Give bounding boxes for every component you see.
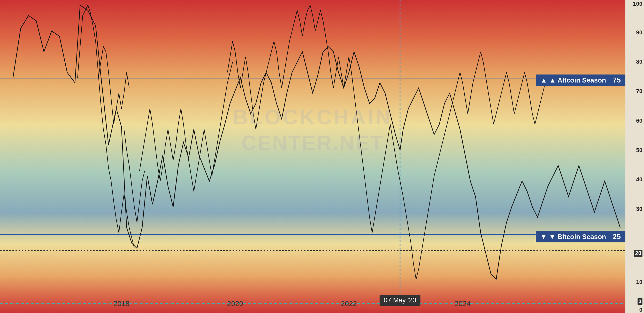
- y-label-80: 80: [636, 58, 642, 65]
- x-label-2022: 2022: [341, 300, 357, 308]
- svg-text:BLOCKCHAIN: BLOCKCHAIN: [233, 106, 393, 129]
- altcoin-season-value: 75: [611, 76, 621, 84]
- x-label-2024: 2024: [455, 300, 471, 308]
- altcoin-season-text: ▲ Altcoin Season: [549, 76, 606, 84]
- y-axis-panel: 100 90 80 70 60 50 40 30 20 10 3 0: [625, 0, 644, 313]
- date-tooltip: 07 May '23: [380, 295, 420, 306]
- x-label-2018: 2018: [113, 300, 129, 308]
- bitcoin-season-text: ▼ Bitcoin Season: [549, 233, 606, 241]
- svg-rect-0: [0, 0, 625, 313]
- bitcoin-season-label: ▼ ▼ Bitcoin Season 25: [536, 231, 625, 242]
- y-label-10: 10: [636, 279, 642, 285]
- y-label-30: 30: [636, 206, 642, 212]
- bitcoin-triangle-icon: ▼: [540, 233, 547, 241]
- y-label-90: 90: [636, 29, 642, 36]
- bitcoin-season-value: 25: [611, 233, 621, 241]
- y-label-3: 3: [638, 298, 642, 305]
- y-label-40: 40: [636, 176, 642, 183]
- y-label-0: 0: [639, 307, 642, 313]
- chart-background: BLOCKCHAIN CENTER.NET: [0, 0, 625, 313]
- altcoin-triangle-icon: ▲: [541, 76, 547, 84]
- x-label-2020: 2020: [227, 300, 243, 308]
- svg-text:CENTER.NET: CENTER.NET: [241, 131, 384, 154]
- chart-container: BLOCKCHAIN CENTER.NET 100 90 80 70 60 50…: [0, 0, 644, 313]
- y-label-100: 100: [633, 1, 642, 7]
- y-label-70: 70: [636, 88, 642, 95]
- y-label-60: 60: [636, 117, 642, 124]
- y-label-50: 50: [636, 147, 642, 154]
- altcoin-season-label: ▲ ▲ Altcoin Season 75: [536, 74, 625, 86]
- y-label-20: 20: [634, 250, 642, 257]
